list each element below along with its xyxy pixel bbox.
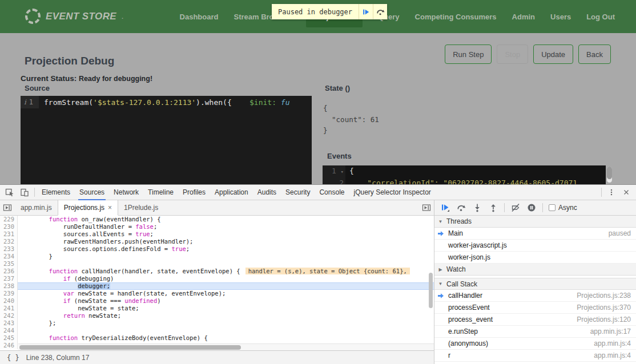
editor-horizontal-scrollbar-thumb[interactable] [19, 345, 241, 350]
line-number-236[interactable]: 236 [0, 268, 18, 275]
code-line-241[interactable]: 241 newState = state; [0, 305, 434, 312]
code-line-244[interactable]: 244 [0, 327, 434, 334]
line-number-234[interactable]: 234 [0, 253, 18, 260]
nav-item-admin[interactable]: Admin [512, 13, 535, 21]
events-scrollbar-thumb[interactable] [607, 167, 612, 179]
tab-jquery-selector-inspector[interactable]: jQuery Selector Inspector [349, 185, 435, 200]
thread-worker-json-js[interactable]: worker-json.js [434, 252, 636, 264]
line-number-246[interactable]: 246 [0, 342, 18, 349]
pretty-print-button[interactable]: { } [7, 354, 19, 362]
file-tab-1prelude-js[interactable]: 1Prelude.js [118, 200, 164, 215]
line-number-241[interactable]: 241 [0, 305, 18, 312]
thread-main[interactable]: Mainpaused [434, 228, 636, 240]
code-lines: 229 function on_raw(eventHandler) {230 r… [0, 216, 434, 349]
nav-item-users[interactable]: Users [550, 13, 571, 21]
events-editor[interactable]: 1 ▾{2 "correlationId": "06202702-8827-44… [323, 165, 606, 184]
update-button[interactable]: Update [533, 45, 573, 64]
nav-item-competing-consumers[interactable]: Competing Consumers [415, 13, 497, 21]
line-number-244[interactable]: 244 [0, 327, 18, 334]
tab-sources[interactable]: Sources [75, 185, 109, 200]
devtools-close-button[interactable] [619, 185, 634, 200]
devtools-menu-button[interactable] [604, 185, 619, 200]
inspect-element-button[interactable] [2, 185, 17, 200]
section-header-threads[interactable]: ▼Threads [434, 216, 636, 228]
code-line-234[interactable]: 234 } [0, 253, 434, 260]
editor-vertical-scrollbar-thumb[interactable] [429, 273, 433, 308]
tab-profiles[interactable]: Profiles [178, 185, 210, 200]
file-tab-projections-js[interactable]: Projections.js× [58, 200, 118, 216]
tab-network[interactable]: Network [109, 185, 143, 200]
cursor-position: Line 238, Column 17 [26, 354, 90, 362]
pause-on-exceptions-button[interactable] [524, 200, 539, 215]
step-over-button[interactable] [454, 200, 469, 215]
toggle-device-toolbar-button[interactable] [17, 185, 32, 200]
banner-resume-button[interactable] [359, 4, 373, 19]
tab-timeline[interactable]: Timeline [143, 185, 178, 200]
thread-worker-javascript-js[interactable]: worker-javascript.js [434, 240, 636, 252]
code-line-233[interactable]: 233 sources.options.definesFold = true; [0, 245, 434, 253]
line-number-233[interactable]: 233 [0, 245, 18, 253]
line-number-239[interactable]: 239 [0, 290, 18, 297]
line-number-231[interactable]: 231 [0, 230, 18, 238]
stack-frame-process-event[interactable]: process_eventProjections.js:120 [434, 314, 636, 326]
line-number-230[interactable]: 230 [0, 223, 18, 230]
section-header-call-stack[interactable]: ▼Call Stack [434, 278, 636, 290]
file-tab-app-min-js[interactable]: app.min.js [15, 200, 58, 215]
code-line-238[interactable]: 238 debugger; [0, 282, 434, 290]
stack-frame-anonymous[interactable]: (anonymous)app.min.js:4 [434, 338, 636, 350]
code-line-237[interactable]: 237 if (debugging) [0, 275, 434, 282]
line-number-235[interactable]: 235 [0, 260, 18, 268]
fold-arrow-icon[interactable]: ▾ [341, 169, 344, 175]
line-number-242[interactable]: 242 [0, 312, 18, 319]
stack-frame-e-runstep[interactable]: e.runStepapp.min.js:17 [434, 326, 636, 338]
events-line-number[interactable]: 1 ▾ [323, 165, 345, 177]
stack-frame-callhandler[interactable]: callHandlerProjections.js:238 [434, 290, 636, 302]
deactivate-breakpoints-button[interactable] [508, 200, 523, 215]
code-line-240[interactable]: 240 if (newState === undefined) [0, 297, 434, 305]
step-out-button[interactable] [486, 200, 501, 215]
events-scrollbar[interactable] [607, 167, 612, 183]
nav-item-log-out[interactable]: Log Out [586, 13, 615, 21]
section-header-watch[interactable]: ▶Watch [434, 264, 636, 276]
banner-step-over-button[interactable] [373, 4, 387, 19]
line-number-243[interactable]: 243 [0, 319, 18, 327]
code-line-235[interactable]: 235 [0, 260, 434, 268]
code-line-242[interactable]: 242 return newState; [0, 312, 434, 319]
line-number-245[interactable]: 245 [0, 334, 18, 342]
stack-frame-r[interactable]: rapp.min.js:4 [434, 350, 636, 362]
code-line-243[interactable]: 243 }; [0, 319, 434, 327]
source-editor[interactable]: i 1 fromStream('$stats-127.0.0.1:2113').… [21, 96, 312, 184]
line-number-240[interactable]: 240 [0, 297, 18, 305]
line-number-229[interactable]: 229 [0, 216, 18, 223]
show-debugger-sidebar-button[interactable] [419, 200, 434, 215]
stack-frame-processevent[interactable]: processEventProjections.js:370 [434, 302, 636, 314]
code-line-230[interactable]: 230 runDefaultHandler = false; [0, 223, 434, 230]
resume-script-button[interactable] [438, 200, 453, 215]
code-line-239[interactable]: 239 var newState = handler(state, eventE… [0, 290, 434, 297]
show-navigator-button[interactable] [0, 200, 15, 215]
code-line-232[interactable]: 232 rawEventHandlers.push(eventHandler); [0, 238, 434, 245]
editor-horizontal-scrollbar[interactable] [18, 343, 434, 350]
tab-elements[interactable]: Elements [37, 185, 75, 200]
event-store-logo[interactable]: EVENT STORE . [25, 9, 123, 24]
async-checkbox[interactable]: Async [549, 204, 577, 212]
tab-security[interactable]: Security [281, 185, 315, 200]
line-number-232[interactable]: 232 [0, 238, 18, 245]
back-button[interactable]: Back [578, 45, 611, 64]
line-content: var newState = handler(state, eventEnvel… [18, 290, 434, 297]
code-line-245[interactable]: 245 function tryDeserializeBody(eventEnv… [0, 334, 434, 342]
code-line-231[interactable]: 231 sources.allEvents = true; [0, 230, 434, 238]
tab-audits[interactable]: Audits [253, 185, 281, 200]
nav-item-dashboard[interactable]: Dashboard [180, 13, 219, 21]
code-editor[interactable]: 229 function on_raw(eventHandler) {230 r… [0, 216, 434, 350]
code-line-236[interactable]: 236 function callHandler(handler, state,… [0, 268, 434, 275]
code-line-229[interactable]: 229 function on_raw(eventHandler) { [0, 216, 434, 223]
step-into-button[interactable] [470, 200, 485, 215]
events-line-number[interactable]: 2 [323, 177, 345, 184]
tab-console[interactable]: Console [315, 185, 349, 200]
line-number-237[interactable]: 237 [0, 275, 18, 282]
line-number-238[interactable]: 238 [0, 282, 18, 290]
tab-close-icon[interactable]: × [108, 204, 112, 211]
tab-application[interactable]: Application [210, 185, 253, 200]
run-step-button[interactable]: Run Step [445, 45, 492, 64]
